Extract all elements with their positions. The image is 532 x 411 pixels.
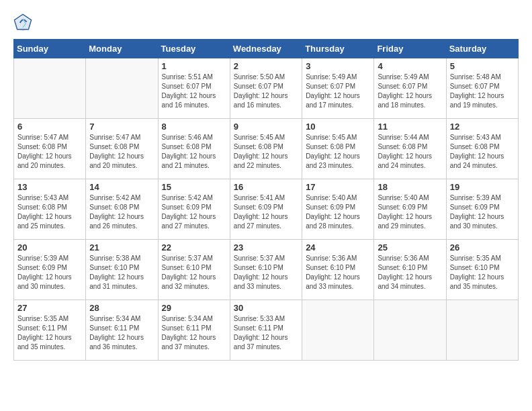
week-row-5: 27Sunrise: 5:35 AM Sunset: 6:11 PM Dayli… (14, 300, 519, 361)
calendar-cell: 13Sunrise: 5:43 AM Sunset: 6:08 PM Dayli… (14, 179, 86, 240)
calendar-cell: 23Sunrise: 5:37 AM Sunset: 6:10 PM Dayli… (230, 240, 302, 300)
day-info: Sunrise: 5:49 AM Sunset: 6:07 PM Dayligh… (306, 73, 370, 110)
calendar-cell (86, 58, 158, 119)
day-info: Sunrise: 5:40 AM Sunset: 6:09 PM Dayligh… (378, 193, 442, 231)
calendar-cell (302, 300, 374, 361)
week-row-2: 6Sunrise: 5:47 AM Sunset: 6:08 PM Daylig… (14, 119, 519, 179)
day-info: Sunrise: 5:47 AM Sunset: 6:08 PM Dayligh… (89, 133, 154, 171)
day-info: Sunrise: 5:34 AM Sunset: 6:11 PM Dayligh… (89, 314, 154, 352)
day-number: 22 (162, 242, 226, 253)
day-info: Sunrise: 5:37 AM Sunset: 6:10 PM Dayligh… (234, 254, 298, 291)
day-info: Sunrise: 5:50 AM Sunset: 6:07 PM Dayligh… (234, 73, 298, 110)
logo-icon (13, 13, 32, 32)
calendar-cell: 18Sunrise: 5:40 AM Sunset: 6:09 PM Dayli… (374, 179, 446, 240)
day-number: 15 (162, 182, 226, 192)
day-number: 28 (89, 303, 154, 313)
calendar-cell (14, 58, 86, 119)
day-info: Sunrise: 5:33 AM Sunset: 6:11 PM Dayligh… (234, 314, 298, 352)
day-header-monday: Monday (86, 40, 158, 58)
day-number: 30 (234, 303, 298, 313)
calendar-cell: 1Sunrise: 5:51 AM Sunset: 6:07 PM Daylig… (158, 58, 230, 119)
day-info: Sunrise: 5:42 AM Sunset: 6:08 PM Dayligh… (89, 193, 154, 231)
day-number: 21 (89, 242, 154, 253)
day-number: 1 (162, 61, 226, 71)
day-number: 4 (378, 61, 442, 71)
day-info: Sunrise: 5:47 AM Sunset: 6:08 PM Dayligh… (17, 133, 82, 171)
calendar-cell: 12Sunrise: 5:43 AM Sunset: 6:08 PM Dayli… (446, 119, 518, 179)
day-number: 10 (306, 122, 370, 132)
day-info: Sunrise: 5:37 AM Sunset: 6:10 PM Dayligh… (162, 254, 226, 291)
calendar-cell: 16Sunrise: 5:41 AM Sunset: 6:09 PM Dayli… (230, 179, 302, 240)
calendar-cell: 6Sunrise: 5:47 AM Sunset: 6:08 PM Daylig… (14, 119, 86, 179)
calendar-cell: 28Sunrise: 5:34 AM Sunset: 6:11 PM Dayli… (86, 300, 158, 361)
day-number: 2 (234, 61, 298, 71)
calendar-cell: 10Sunrise: 5:45 AM Sunset: 6:08 PM Dayli… (302, 119, 374, 179)
day-number: 17 (306, 182, 370, 192)
day-number: 6 (17, 122, 82, 132)
header (13, 13, 519, 32)
day-header-tuesday: Tuesday (158, 40, 230, 58)
day-number: 14 (89, 182, 154, 192)
calendar-cell: 8Sunrise: 5:46 AM Sunset: 6:08 PM Daylig… (158, 119, 230, 179)
calendar-table: SundayMondayTuesdayWednesdayThursdayFrid… (13, 39, 519, 361)
day-number: 26 (450, 242, 515, 253)
calendar-cell (446, 300, 518, 361)
day-number: 5 (450, 61, 515, 71)
calendar-cell: 25Sunrise: 5:36 AM Sunset: 6:10 PM Dayli… (374, 240, 446, 300)
calendar-cell: 30Sunrise: 5:33 AM Sunset: 6:11 PM Dayli… (230, 300, 302, 361)
day-info: Sunrise: 5:43 AM Sunset: 6:08 PM Dayligh… (17, 193, 82, 231)
day-info: Sunrise: 5:43 AM Sunset: 6:08 PM Dayligh… (450, 133, 515, 171)
day-number: 13 (17, 182, 82, 192)
calendar-cell: 22Sunrise: 5:37 AM Sunset: 6:10 PM Dayli… (158, 240, 230, 300)
calendar-cell: 11Sunrise: 5:44 AM Sunset: 6:08 PM Dayli… (374, 119, 446, 179)
day-info: Sunrise: 5:46 AM Sunset: 6:08 PM Dayligh… (162, 133, 226, 171)
day-info: Sunrise: 5:39 AM Sunset: 6:09 PM Dayligh… (450, 193, 515, 231)
day-info: Sunrise: 5:48 AM Sunset: 6:07 PM Dayligh… (450, 73, 515, 110)
calendar-cell: 4Sunrise: 5:49 AM Sunset: 6:07 PM Daylig… (374, 58, 446, 119)
day-info: Sunrise: 5:35 AM Sunset: 6:10 PM Dayligh… (450, 254, 515, 291)
calendar-cell: 19Sunrise: 5:39 AM Sunset: 6:09 PM Dayli… (446, 179, 518, 240)
calendar-cell: 29Sunrise: 5:34 AM Sunset: 6:11 PM Dayli… (158, 300, 230, 361)
day-info: Sunrise: 5:42 AM Sunset: 6:09 PM Dayligh… (162, 193, 226, 231)
day-number: 18 (378, 182, 442, 192)
day-info: Sunrise: 5:40 AM Sunset: 6:09 PM Dayligh… (306, 193, 370, 231)
day-header-thursday: Thursday (302, 40, 374, 58)
day-number: 27 (17, 303, 82, 313)
calendar-cell: 2Sunrise: 5:50 AM Sunset: 6:07 PM Daylig… (230, 58, 302, 119)
day-info: Sunrise: 5:41 AM Sunset: 6:09 PM Dayligh… (234, 193, 298, 231)
calendar-cell: 27Sunrise: 5:35 AM Sunset: 6:11 PM Dayli… (14, 300, 86, 361)
day-header-friday: Friday (374, 40, 446, 58)
day-number: 9 (234, 122, 298, 132)
day-number: 3 (306, 61, 370, 71)
day-number: 29 (162, 303, 226, 313)
day-number: 11 (378, 122, 442, 132)
day-number: 7 (89, 122, 154, 132)
day-number: 20 (17, 242, 82, 253)
week-row-4: 20Sunrise: 5:39 AM Sunset: 6:09 PM Dayli… (14, 240, 519, 300)
day-info: Sunrise: 5:34 AM Sunset: 6:11 PM Dayligh… (162, 314, 226, 352)
calendar-cell: 14Sunrise: 5:42 AM Sunset: 6:08 PM Dayli… (86, 179, 158, 240)
day-info: Sunrise: 5:45 AM Sunset: 6:08 PM Dayligh… (234, 133, 298, 171)
day-number: 8 (162, 122, 226, 132)
day-header-saturday: Saturday (446, 40, 518, 58)
calendar-body: 1Sunrise: 5:51 AM Sunset: 6:07 PM Daylig… (14, 58, 519, 361)
calendar-cell: 5Sunrise: 5:48 AM Sunset: 6:07 PM Daylig… (446, 58, 518, 119)
calendar-cell: 24Sunrise: 5:36 AM Sunset: 6:10 PM Dayli… (302, 240, 374, 300)
day-info: Sunrise: 5:39 AM Sunset: 6:09 PM Dayligh… (17, 254, 82, 291)
calendar-cell: 26Sunrise: 5:35 AM Sunset: 6:10 PM Dayli… (446, 240, 518, 300)
week-row-1: 1Sunrise: 5:51 AM Sunset: 6:07 PM Daylig… (14, 58, 519, 119)
day-header-wednesday: Wednesday (230, 40, 302, 58)
day-info: Sunrise: 5:35 AM Sunset: 6:11 PM Dayligh… (17, 314, 82, 352)
day-info: Sunrise: 5:36 AM Sunset: 6:10 PM Dayligh… (306, 254, 370, 291)
calendar-header-row: SundayMondayTuesdayWednesdayThursdayFrid… (14, 40, 519, 58)
calendar-cell: 7Sunrise: 5:47 AM Sunset: 6:08 PM Daylig… (86, 119, 158, 179)
calendar-cell: 9Sunrise: 5:45 AM Sunset: 6:08 PM Daylig… (230, 119, 302, 179)
calendar-cell: 20Sunrise: 5:39 AM Sunset: 6:09 PM Dayli… (14, 240, 86, 300)
week-row-3: 13Sunrise: 5:43 AM Sunset: 6:08 PM Dayli… (14, 179, 519, 240)
day-header-sunday: Sunday (14, 40, 86, 58)
calendar-cell: 3Sunrise: 5:49 AM Sunset: 6:07 PM Daylig… (302, 58, 374, 119)
day-number: 19 (450, 182, 515, 192)
day-info: Sunrise: 5:36 AM Sunset: 6:10 PM Dayligh… (378, 254, 442, 291)
day-info: Sunrise: 5:51 AM Sunset: 6:07 PM Dayligh… (162, 73, 226, 110)
calendar-cell: 15Sunrise: 5:42 AM Sunset: 6:09 PM Dayli… (158, 179, 230, 240)
